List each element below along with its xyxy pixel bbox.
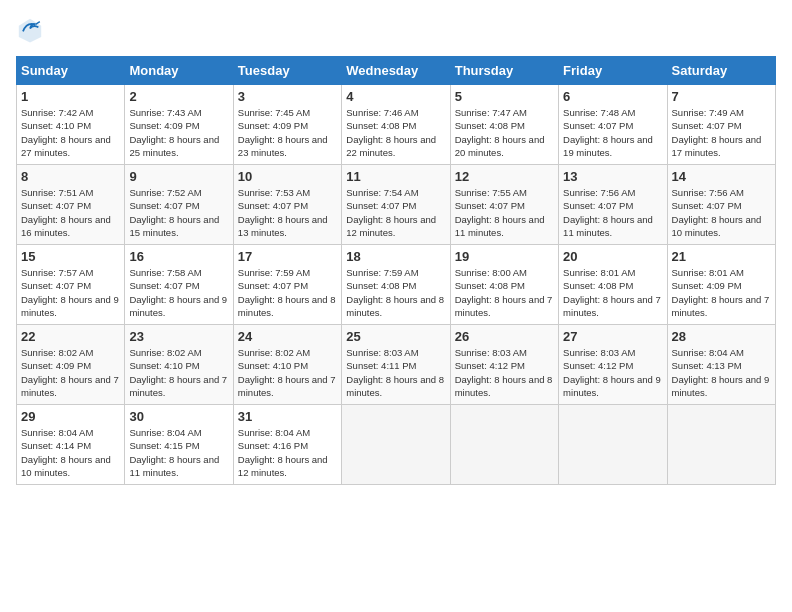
calendar-cell: 30 Sunrise: 8:04 AMSunset: 4:15 PMDaylig… bbox=[125, 405, 233, 485]
day-info: Sunrise: 7:43 AMSunset: 4:09 PMDaylight:… bbox=[129, 107, 219, 158]
day-number: 11 bbox=[346, 169, 445, 184]
calendar-cell: 18 Sunrise: 7:59 AMSunset: 4:08 PMDaylig… bbox=[342, 245, 450, 325]
day-number: 7 bbox=[672, 89, 771, 104]
day-info: Sunrise: 8:04 AMSunset: 4:13 PMDaylight:… bbox=[672, 347, 770, 398]
day-header-saturday: Saturday bbox=[667, 57, 775, 85]
day-info: Sunrise: 7:56 AMSunset: 4:07 PMDaylight:… bbox=[672, 187, 762, 238]
calendar-cell: 27 Sunrise: 8:03 AMSunset: 4:12 PMDaylig… bbox=[559, 325, 667, 405]
day-info: Sunrise: 8:02 AMSunset: 4:10 PMDaylight:… bbox=[238, 347, 336, 398]
day-number: 13 bbox=[563, 169, 662, 184]
calendar-cell: 11 Sunrise: 7:54 AMSunset: 4:07 PMDaylig… bbox=[342, 165, 450, 245]
day-number: 16 bbox=[129, 249, 228, 264]
logo-icon bbox=[16, 16, 44, 44]
calendar-cell: 3 Sunrise: 7:45 AMSunset: 4:09 PMDayligh… bbox=[233, 85, 341, 165]
calendar-cell bbox=[559, 405, 667, 485]
day-info: Sunrise: 7:51 AMSunset: 4:07 PMDaylight:… bbox=[21, 187, 111, 238]
day-number: 28 bbox=[672, 329, 771, 344]
calendar-week-row: 15 Sunrise: 7:57 AMSunset: 4:07 PMDaylig… bbox=[17, 245, 776, 325]
day-info: Sunrise: 8:03 AMSunset: 4:12 PMDaylight:… bbox=[455, 347, 553, 398]
day-info: Sunrise: 7:54 AMSunset: 4:07 PMDaylight:… bbox=[346, 187, 436, 238]
day-info: Sunrise: 7:49 AMSunset: 4:07 PMDaylight:… bbox=[672, 107, 762, 158]
day-number: 6 bbox=[563, 89, 662, 104]
calendar-cell bbox=[342, 405, 450, 485]
calendar-cell: 23 Sunrise: 8:02 AMSunset: 4:10 PMDaylig… bbox=[125, 325, 233, 405]
day-info: Sunrise: 8:01 AMSunset: 4:09 PMDaylight:… bbox=[672, 267, 770, 318]
day-number: 31 bbox=[238, 409, 337, 424]
day-number: 18 bbox=[346, 249, 445, 264]
day-number: 5 bbox=[455, 89, 554, 104]
day-number: 17 bbox=[238, 249, 337, 264]
day-number: 15 bbox=[21, 249, 120, 264]
day-info: Sunrise: 8:03 AMSunset: 4:11 PMDaylight:… bbox=[346, 347, 444, 398]
day-info: Sunrise: 7:48 AMSunset: 4:07 PMDaylight:… bbox=[563, 107, 653, 158]
day-header-monday: Monday bbox=[125, 57, 233, 85]
calendar-cell: 1 Sunrise: 7:42 AMSunset: 4:10 PMDayligh… bbox=[17, 85, 125, 165]
day-header-thursday: Thursday bbox=[450, 57, 558, 85]
calendar-cell: 26 Sunrise: 8:03 AMSunset: 4:12 PMDaylig… bbox=[450, 325, 558, 405]
day-info: Sunrise: 7:52 AMSunset: 4:07 PMDaylight:… bbox=[129, 187, 219, 238]
calendar-cell: 29 Sunrise: 8:04 AMSunset: 4:14 PMDaylig… bbox=[17, 405, 125, 485]
day-info: Sunrise: 8:02 AMSunset: 4:09 PMDaylight:… bbox=[21, 347, 119, 398]
day-info: Sunrise: 7:56 AMSunset: 4:07 PMDaylight:… bbox=[563, 187, 653, 238]
day-info: Sunrise: 8:04 AMSunset: 4:15 PMDaylight:… bbox=[129, 427, 219, 478]
day-number: 24 bbox=[238, 329, 337, 344]
day-info: Sunrise: 8:00 AMSunset: 4:08 PMDaylight:… bbox=[455, 267, 553, 318]
calendar-week-row: 22 Sunrise: 8:02 AMSunset: 4:09 PMDaylig… bbox=[17, 325, 776, 405]
day-info: Sunrise: 8:02 AMSunset: 4:10 PMDaylight:… bbox=[129, 347, 227, 398]
calendar-cell: 4 Sunrise: 7:46 AMSunset: 4:08 PMDayligh… bbox=[342, 85, 450, 165]
day-header-sunday: Sunday bbox=[17, 57, 125, 85]
day-info: Sunrise: 7:59 AMSunset: 4:08 PMDaylight:… bbox=[346, 267, 444, 318]
day-number: 20 bbox=[563, 249, 662, 264]
day-info: Sunrise: 7:42 AMSunset: 4:10 PMDaylight:… bbox=[21, 107, 111, 158]
calendar-cell: 15 Sunrise: 7:57 AMSunset: 4:07 PMDaylig… bbox=[17, 245, 125, 325]
calendar-cell: 13 Sunrise: 7:56 AMSunset: 4:07 PMDaylig… bbox=[559, 165, 667, 245]
calendar-cell: 2 Sunrise: 7:43 AMSunset: 4:09 PMDayligh… bbox=[125, 85, 233, 165]
day-number: 25 bbox=[346, 329, 445, 344]
calendar-week-row: 1 Sunrise: 7:42 AMSunset: 4:10 PMDayligh… bbox=[17, 85, 776, 165]
calendar-cell: 14 Sunrise: 7:56 AMSunset: 4:07 PMDaylig… bbox=[667, 165, 775, 245]
day-number: 29 bbox=[21, 409, 120, 424]
day-number: 2 bbox=[129, 89, 228, 104]
day-info: Sunrise: 8:04 AMSunset: 4:16 PMDaylight:… bbox=[238, 427, 328, 478]
calendar-cell: 8 Sunrise: 7:51 AMSunset: 4:07 PMDayligh… bbox=[17, 165, 125, 245]
day-number: 23 bbox=[129, 329, 228, 344]
calendar-cell bbox=[667, 405, 775, 485]
day-header-tuesday: Tuesday bbox=[233, 57, 341, 85]
day-number: 14 bbox=[672, 169, 771, 184]
calendar-week-row: 29 Sunrise: 8:04 AMSunset: 4:14 PMDaylig… bbox=[17, 405, 776, 485]
calendar-cell: 12 Sunrise: 7:55 AMSunset: 4:07 PMDaylig… bbox=[450, 165, 558, 245]
calendar-cell: 25 Sunrise: 8:03 AMSunset: 4:11 PMDaylig… bbox=[342, 325, 450, 405]
day-number: 30 bbox=[129, 409, 228, 424]
day-info: Sunrise: 7:58 AMSunset: 4:07 PMDaylight:… bbox=[129, 267, 227, 318]
calendar-cell: 16 Sunrise: 7:58 AMSunset: 4:07 PMDaylig… bbox=[125, 245, 233, 325]
day-number: 19 bbox=[455, 249, 554, 264]
page-header bbox=[16, 16, 776, 44]
calendar-cell: 10 Sunrise: 7:53 AMSunset: 4:07 PMDaylig… bbox=[233, 165, 341, 245]
day-number: 12 bbox=[455, 169, 554, 184]
day-info: Sunrise: 8:03 AMSunset: 4:12 PMDaylight:… bbox=[563, 347, 661, 398]
day-number: 10 bbox=[238, 169, 337, 184]
calendar-cell: 24 Sunrise: 8:02 AMSunset: 4:10 PMDaylig… bbox=[233, 325, 341, 405]
calendar-week-row: 8 Sunrise: 7:51 AMSunset: 4:07 PMDayligh… bbox=[17, 165, 776, 245]
calendar-cell: 7 Sunrise: 7:49 AMSunset: 4:07 PMDayligh… bbox=[667, 85, 775, 165]
calendar-cell: 19 Sunrise: 8:00 AMSunset: 4:08 PMDaylig… bbox=[450, 245, 558, 325]
day-info: Sunrise: 8:01 AMSunset: 4:08 PMDaylight:… bbox=[563, 267, 661, 318]
day-number: 9 bbox=[129, 169, 228, 184]
calendar-cell: 22 Sunrise: 8:02 AMSunset: 4:09 PMDaylig… bbox=[17, 325, 125, 405]
day-number: 1 bbox=[21, 89, 120, 104]
calendar-cell: 21 Sunrise: 8:01 AMSunset: 4:09 PMDaylig… bbox=[667, 245, 775, 325]
day-info: Sunrise: 7:57 AMSunset: 4:07 PMDaylight:… bbox=[21, 267, 119, 318]
day-info: Sunrise: 7:55 AMSunset: 4:07 PMDaylight:… bbox=[455, 187, 545, 238]
day-header-wednesday: Wednesday bbox=[342, 57, 450, 85]
day-number: 4 bbox=[346, 89, 445, 104]
day-info: Sunrise: 7:59 AMSunset: 4:07 PMDaylight:… bbox=[238, 267, 336, 318]
day-info: Sunrise: 7:53 AMSunset: 4:07 PMDaylight:… bbox=[238, 187, 328, 238]
calendar-cell: 9 Sunrise: 7:52 AMSunset: 4:07 PMDayligh… bbox=[125, 165, 233, 245]
day-number: 27 bbox=[563, 329, 662, 344]
calendar-cell bbox=[450, 405, 558, 485]
day-number: 3 bbox=[238, 89, 337, 104]
calendar-cell: 5 Sunrise: 7:47 AMSunset: 4:08 PMDayligh… bbox=[450, 85, 558, 165]
calendar-cell: 17 Sunrise: 7:59 AMSunset: 4:07 PMDaylig… bbox=[233, 245, 341, 325]
logo bbox=[16, 16, 48, 44]
day-number: 22 bbox=[21, 329, 120, 344]
